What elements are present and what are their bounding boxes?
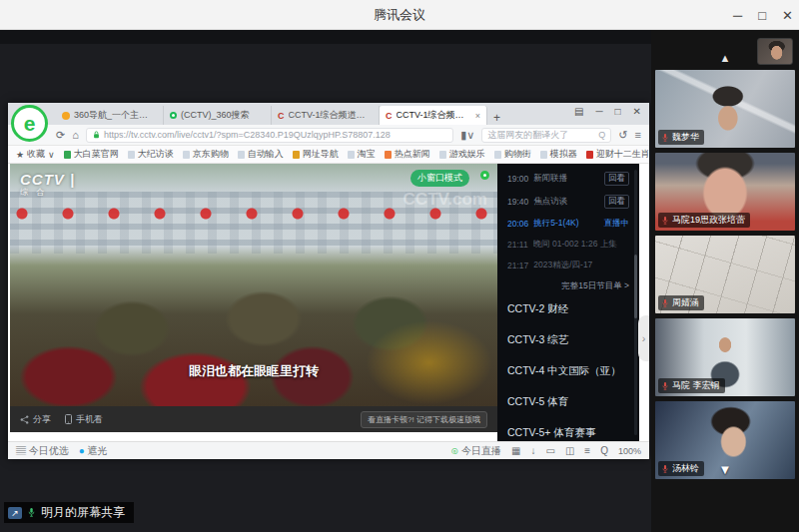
zoom-icon[interactable]: Q: [600, 445, 608, 456]
refresh-icon[interactable]: ⟳: [56, 129, 65, 142]
full-schedule-link[interactable]: 完整15日节目单 >: [507, 280, 629, 292]
channel-item[interactable]: CCTV-2 财经: [507, 302, 629, 316]
lock-icon: [93, 131, 100, 139]
download-icon[interactable]: ↓: [530, 445, 535, 456]
bookmark-item[interactable]: 大白菜官网: [64, 148, 119, 161]
url-text: https://tv.cctv.com/live/cctv1/?spm=C283…: [104, 130, 391, 140]
replay-button[interactable]: 回看: [604, 172, 629, 186]
tab-favicon: [170, 112, 177, 119]
bookmark-item[interactable]: 淘宝: [348, 148, 376, 161]
bookmarks-collect[interactable]: ★ 收藏 ∨: [16, 148, 55, 161]
search-input[interactable]: 这届网友的翻译火了 Q: [481, 128, 611, 143]
bookmark-favicon: [293, 151, 300, 159]
participant-video[interactable]: 马院19思政张培蕾: [655, 153, 795, 231]
participant-video[interactable]: 马院 李宏铜: [655, 318, 795, 396]
channel-item[interactable]: CCTV-3 综艺: [507, 333, 629, 347]
shared-screen: e 360导航_一个主页，整个世界 (CCTV)_360搜索 C CCTV-1综…: [0, 30, 799, 532]
download-promo-button[interactable]: 看直播卡顿?! 记得下载极速版哦: [361, 411, 487, 428]
schedule-row[interactable]: 21:11 晚间 01-002 1:26 上集: [507, 239, 629, 251]
channel-item[interactable]: CCTV-5 体育: [507, 395, 629, 409]
share-icon: [20, 415, 29, 424]
participant-name-chip: 周婧涵: [658, 295, 704, 310]
history-icon[interactable]: ↺: [618, 129, 627, 142]
screen-share-icon: ↗: [8, 507, 22, 519]
mic-on-icon: [27, 507, 36, 518]
bookmark-item[interactable]: 迎财十二生肖: [586, 148, 649, 161]
live-now-badge: 直播中: [604, 218, 630, 230]
browser-maximize-button[interactable]: □: [615, 106, 621, 117]
replay-button[interactable]: 回看: [604, 195, 629, 209]
mini-window-button[interactable]: 小窗口模式: [410, 170, 469, 187]
screen-share-banner[interactable]: ↗ 明月的屏幕共享: [4, 502, 134, 523]
browser-tab-2[interactable]: (CCTV)_360搜索: [164, 106, 272, 125]
bookmark-favicon: [183, 151, 190, 159]
favorites-icon[interactable]: ▮∨: [460, 129, 474, 142]
share-button[interactable]: 分享: [20, 413, 51, 426]
address-bar[interactable]: https://tv.cctv.com/live/cctv1/?spm=C283…: [86, 128, 453, 143]
bookmark-item[interactable]: 网址导航: [293, 148, 339, 161]
mic-muted-icon: [661, 216, 669, 226]
browser-widget-icon[interactable]: ▤: [574, 106, 583, 117]
search-hint-text: 这届网友的翻译火了: [487, 129, 568, 142]
player-setting-icon[interactable]: [480, 171, 489, 180]
participant-video[interactable]: 周婧涵: [655, 236, 795, 313]
browser-tab-4-active[interactable]: C CCTV-1综合频道高清直播 ×: [380, 106, 487, 125]
player-share-bar: 分享 手机看 看直播卡顿?! 记得下载极速版哦: [10, 406, 497, 432]
watch-on-phone-button[interactable]: 手机看: [65, 413, 103, 426]
participant-video[interactable]: 汤林铃 ▼: [655, 401, 795, 479]
new-tab-button[interactable]: +: [493, 111, 500, 125]
bookmark-item[interactable]: 大纪访谈: [128, 148, 174, 161]
mic-muted-icon: [661, 381, 669, 391]
side-expand-arrow[interactable]: ›: [638, 315, 649, 361]
menu-icon[interactable]: ≡: [635, 129, 641, 141]
tab-close-icon[interactable]: ×: [475, 111, 480, 121]
schedule-row-current[interactable]: 20:06 挑行5-1(4K) 直播中: [507, 218, 629, 230]
browser-tab-1[interactable]: 360导航_一个主页，整个世界: [56, 106, 164, 125]
schedule-row[interactable]: 19:40 焦点访谈 回看: [507, 195, 629, 209]
video-player[interactable]: CCTV | 综 合 小窗口模式 CCTV.com 眼泪也都在眼眶里打转: [10, 164, 497, 406]
bookmark-item[interactable]: 热点新闻: [385, 148, 430, 161]
bookmark-item[interactable]: 游戏娱乐: [439, 148, 485, 161]
screenshot-icon[interactable]: ▦: [511, 445, 520, 456]
browser-logo-icon[interactable]: e: [11, 105, 48, 142]
browser-window: e 360导航_一个主页，整个世界 (CCTV)_360搜索 C CCTV-1综…: [8, 103, 649, 459]
participant-name-chip: 马院 李宏铜: [658, 378, 725, 393]
panel-scrollbar[interactable]: [634, 170, 637, 435]
live-today-button[interactable]: ⊙ 今日直播: [450, 444, 501, 458]
maximize-button[interactable]: □: [758, 8, 766, 23]
bookmark-item[interactable]: 模拟器: [540, 148, 577, 161]
schedule-row[interactable]: 19:00 新闻联播 回看: [507, 172, 629, 186]
minimize-button[interactable]: ─: [733, 8, 742, 23]
participant-name-chip: 魏梦华: [658, 130, 704, 145]
expand-arrow-icon[interactable]: ▼: [655, 462, 795, 477]
notifications-icon[interactable]: ◫: [565, 445, 574, 456]
search-icon[interactable]: Q: [598, 130, 605, 140]
bookmark-item[interactable]: 京东购物: [183, 148, 229, 161]
reader-icon[interactable]: ▭: [545, 445, 554, 456]
bookmark-favicon: [540, 151, 547, 159]
home-icon[interactable]: ⌂: [72, 129, 79, 141]
shade-mode-icon[interactable]: ● 遮光: [79, 444, 108, 458]
participant-name-chip: 马院19思政张培蕾: [658, 213, 750, 228]
bookmark-favicon: [439, 151, 446, 159]
browser-close-button[interactable]: ✕: [633, 106, 641, 117]
bookmark-item[interactable]: 购物街: [494, 148, 531, 161]
schedule-row[interactable]: 21:17 2023精选/四-17: [507, 260, 629, 271]
close-button[interactable]: ✕: [782, 8, 793, 23]
collapse-arrow-icon[interactable]: ▲: [651, 52, 799, 64]
page-content: CCTV | 综 合 小窗口模式 CCTV.com 眼泪也都在眼眶里打转 分享: [8, 164, 649, 441]
zoom-level[interactable]: 100%: [618, 446, 641, 456]
daily-picks-icon[interactable]: ▤ 今日优选: [16, 444, 69, 458]
meeting-window: 腾讯会议 ─ □ ✕ e 360导航_一个主页，整个世界 (CCTV)_360搜…: [0, 0, 799, 532]
channel-item[interactable]: CCTV-4 中文国际（亚）: [507, 364, 629, 378]
bookmark-item[interactable]: 自动输入: [238, 148, 284, 161]
participant-video[interactable]: 魏梦华: [655, 70, 795, 148]
browser-minimize-button[interactable]: ─: [595, 106, 602, 117]
bookmark-favicon: [494, 151, 501, 159]
channel-item[interactable]: CCTV-5+ 体育赛事: [507, 426, 629, 440]
tasklist-icon[interactable]: ≡: [584, 445, 590, 456]
program-panel: 19:00 新闻联播 回看 19:40 焦点访谈 回看 20:06 挑行5-1(…: [497, 164, 639, 441]
channel-logo: CCTV | 综 合: [20, 172, 75, 197]
bookmarks-bar: ★ 收藏 ∨ 大白菜官网 大纪访谈 京东购物 自动输入 网址导航 淘宝 热点新闻…: [8, 146, 649, 164]
browser-tab-3[interactable]: C CCTV-1综合频道节目官网_CCTV: [272, 106, 380, 125]
